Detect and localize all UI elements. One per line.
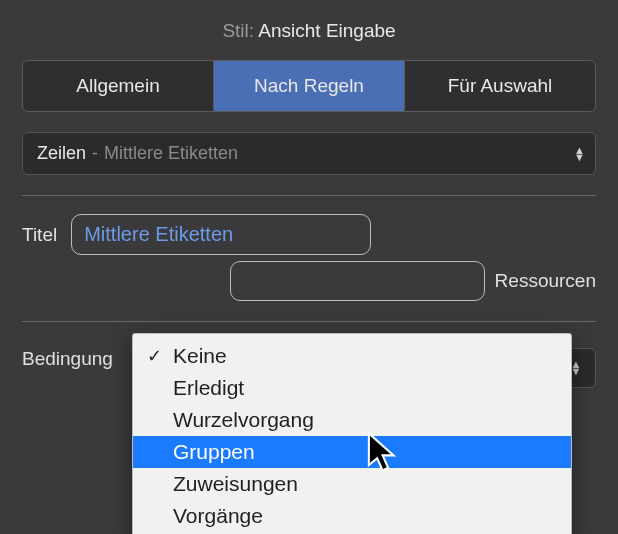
style-header: Stil: Ansicht Eingabe (0, 0, 618, 60)
chevron-up-down-icon: ▲▼ (571, 361, 582, 375)
tab-for-selection[interactable]: Für Auswahl (405, 61, 595, 111)
rows-selector[interactable]: Zeilen - Mittlere Etiketten ▲▼ (22, 132, 596, 175)
checkmark-icon: ✓ (147, 345, 173, 367)
style-header-label: Stil: (222, 20, 254, 41)
dropdown-item-tasks[interactable]: Vorgänge (133, 500, 571, 532)
tab-by-rules[interactable]: Nach Regeln (214, 61, 405, 111)
tab-bar: Allgemein Nach Regeln Für Auswahl (22, 60, 596, 112)
tab-general[interactable]: Allgemein (23, 61, 214, 111)
title-label: Titel (22, 224, 57, 246)
dropdown-item-groups[interactable]: Gruppen (133, 436, 571, 468)
rows-selector-secondary: Mittlere Etiketten (104, 143, 238, 164)
divider (22, 195, 596, 196)
resource-label: Ressourcen (495, 270, 596, 292)
rows-selector-separator: - (92, 143, 98, 164)
title-input[interactable] (71, 214, 371, 255)
condition-dropdown: ✓ Keine Erledigt Wurzelvorgang Gruppen Z… (132, 333, 572, 534)
condition-label: Bedingung (22, 348, 113, 370)
dropdown-item-done[interactable]: Erledigt (133, 372, 571, 404)
resource-input[interactable] (230, 261, 485, 301)
style-header-value: Ansicht Eingabe (258, 20, 395, 41)
dropdown-item-assignments[interactable]: Zuweisungen (133, 468, 571, 500)
divider (22, 321, 596, 322)
rows-selector-stepper-icon[interactable]: ▲▼ (574, 147, 585, 161)
rows-selector-primary: Zeilen (37, 143, 86, 164)
dropdown-item-none[interactable]: ✓ Keine (133, 340, 571, 372)
dropdown-item-root-task[interactable]: Wurzelvorgang (133, 404, 571, 436)
